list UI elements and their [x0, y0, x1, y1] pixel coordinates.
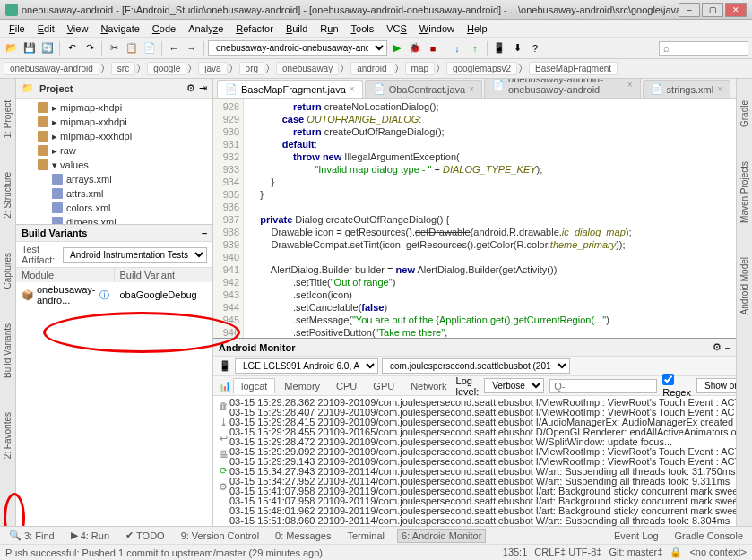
cut-icon[interactable]: ✂	[106, 40, 122, 56]
redo-icon[interactable]: ↷	[82, 40, 98, 56]
tree-item[interactable]: ▸ raw	[16, 143, 212, 158]
crumb-7[interactable]: map	[405, 62, 435, 75]
crumb-2[interactable]: google	[147, 62, 186, 75]
save-icon[interactable]: 💾	[22, 40, 38, 56]
vcs-update-icon[interactable]: ↓	[449, 40, 465, 56]
crumb-4[interactable]: org	[239, 62, 264, 75]
crumb-8[interactable]: googlemapsv2	[446, 62, 517, 75]
close-tab-icon[interactable]: ×	[717, 84, 722, 94]
menu-tools[interactable]: Tools	[346, 22, 380, 36]
rail-gradle[interactable]: Gradle	[739, 97, 750, 131]
paste-icon[interactable]: 📄	[142, 40, 158, 56]
avd-icon[interactable]: 📱	[491, 40, 507, 56]
rail-structure[interactable]: 2: Structure	[2, 168, 13, 222]
rail-favorites[interactable]: 2: Favorites	[2, 409, 13, 462]
process-select[interactable]: com.joulespersecond.seattlebusbot (20109…	[382, 358, 570, 374]
regex-checkbox[interactable]: Regex	[662, 374, 691, 398]
log-settings-icon[interactable]: ⚙	[217, 480, 229, 493]
info-icon[interactable]: ⓘ	[99, 289, 109, 302]
log-scroll-icon[interactable]: ⤓	[217, 416, 229, 428]
menu-analyze[interactable]: Analyze	[183, 22, 229, 36]
menu-view[interactable]: View	[62, 22, 94, 36]
bt-vcs[interactable]: 9: Version Control	[177, 530, 263, 542]
rail-captures[interactable]: Captures	[2, 249, 13, 293]
search-everywhere[interactable]	[659, 41, 748, 56]
tree-item[interactable]: colors.xml	[16, 201, 212, 215]
crumb-1[interactable]: src	[111, 62, 135, 75]
tree-item[interactable]: ▸ mipmap-xhdpi	[16, 100, 212, 115]
menu-vcs[interactable]: VCS	[381, 22, 412, 36]
open-icon[interactable]: 📂	[4, 40, 20, 56]
code-editor[interactable]: return createNoLocationDialog(); case OU…	[244, 99, 736, 338]
tree-item[interactable]: attrs.xml	[16, 186, 212, 201]
status-context[interactable]: <no context>	[689, 547, 747, 558]
run-config-select[interactable]: onebusaway-android-onebusaway-android	[208, 40, 387, 56]
editor-tab[interactable]: 📄onebusaway-android-onebusaway-android×	[484, 79, 641, 98]
status-enc[interactable]: CRLF‡ UTF-8‡	[534, 547, 601, 558]
am-rail-icon[interactable]: 📊	[219, 380, 231, 392]
device-select[interactable]: LGE LGLS991 Android 6.0, API 23	[235, 358, 378, 374]
editor-tab[interactable]: 📄BaseMapFragment.java×	[217, 80, 363, 98]
rail-maven[interactable]: Maven Projects	[739, 158, 750, 227]
am-settings-icon[interactable]: ⚙	[713, 341, 722, 353]
bt-messages[interactable]: 0: Messages	[272, 530, 334, 542]
rail-build-variants[interactable]: Build Variants	[2, 320, 13, 382]
tree-item[interactable]: dimens.xml	[16, 215, 212, 224]
bt-event-log[interactable]: Event Log	[610, 530, 662, 542]
close-button[interactable]: ✕	[725, 3, 747, 17]
close-tab-icon[interactable]: ×	[627, 80, 633, 90]
bt-gradle-console[interactable]: Gradle Console	[671, 530, 747, 542]
log-filter-select[interactable]: Show only selected application	[696, 378, 736, 393]
log-wrap-icon[interactable]: ↩	[217, 432, 229, 444]
tab-memory[interactable]: Memory	[277, 379, 327, 393]
rail-android-model[interactable]: Android Model	[739, 254, 750, 318]
tree-item[interactable]: ▸ mipmap-xxhdpi	[16, 115, 212, 129]
am-hide-icon[interactable]: –	[725, 341, 730, 353]
stop-icon[interactable]: ■	[425, 40, 441, 56]
debug-icon[interactable]: 🐞	[407, 40, 423, 56]
log-restart-icon[interactable]: ⟳	[217, 464, 229, 477]
log-search-input[interactable]	[549, 379, 657, 393]
run-icon[interactable]: ▶	[389, 40, 405, 56]
bv-row[interactable]: 📦onebusaway-andro...ⓘ obaGoogleDebug	[16, 282, 212, 307]
project-tree[interactable]: ▸ mipmap-xhdpi▸ mipmap-xxhdpi▸ mipmap-xx…	[16, 99, 212, 224]
crumb-3[interactable]: java	[198, 62, 227, 75]
crumb-5[interactable]: onebusaway	[276, 62, 339, 75]
crumb-9[interactable]: BaseMapFragment	[529, 62, 618, 75]
settings-icon[interactable]: ⚙	[186, 82, 195, 94]
sync-icon[interactable]: 🔄	[39, 40, 56, 56]
tree-item[interactable]: arrays.xml	[16, 172, 212, 186]
log-output[interactable]: 03-15 15:29:28.362 20109-20109/com.joule…	[229, 398, 736, 524]
bt-find[interactable]: 🔍 3: Find	[5, 529, 58, 542]
status-git[interactable]: Git: master‡	[609, 547, 662, 558]
menu-navigate[interactable]: Navigate	[95, 22, 144, 36]
bt-run[interactable]: ▶ 4: Run	[67, 529, 113, 542]
help-icon[interactable]: ?	[527, 40, 543, 56]
minimize-button[interactable]: –	[679, 3, 700, 17]
lock-icon[interactable]: 🔒	[670, 547, 682, 558]
menu-file[interactable]: File	[4, 22, 30, 36]
menu-window[interactable]: Window	[414, 22, 460, 36]
bv-artifact-select[interactable]: Android Instrumentation Tests	[63, 247, 207, 263]
tree-item[interactable]: ▾ values	[16, 158, 212, 172]
bv-collapse-icon[interactable]: –	[202, 228, 207, 238]
menu-code[interactable]: Code	[147, 22, 181, 36]
sdk-icon[interactable]: ⬇	[509, 40, 525, 56]
log-clear-icon[interactable]: 🗑	[217, 400, 229, 412]
log-print-icon[interactable]: 🖶	[217, 448, 229, 461]
gutter[interactable]: 928 929 930 931 932 933 934 935 936 937 …	[213, 99, 244, 338]
menu-refactor[interactable]: Refactor	[230, 22, 279, 36]
bt-terminal[interactable]: Terminal	[343, 530, 388, 542]
close-tab-icon[interactable]: ×	[350, 84, 355, 94]
tab-cpu[interactable]: CPU	[329, 379, 364, 393]
menu-build[interactable]: Build	[281, 22, 313, 36]
menu-run[interactable]: Run	[315, 22, 343, 36]
maximize-button[interactable]: ▢	[702, 3, 723, 17]
copy-icon[interactable]: 📋	[124, 40, 140, 56]
forward-icon[interactable]: →	[184, 40, 200, 56]
crumb-6[interactable]: android	[350, 62, 393, 75]
vcs-commit-icon[interactable]: ↑	[467, 40, 483, 56]
rail-project[interactable]: 1: Project	[2, 97, 13, 142]
bt-todo[interactable]: ✔ TODO	[122, 529, 169, 542]
bt-android-monitor[interactable]: 6: Android Monitor	[397, 529, 486, 543]
